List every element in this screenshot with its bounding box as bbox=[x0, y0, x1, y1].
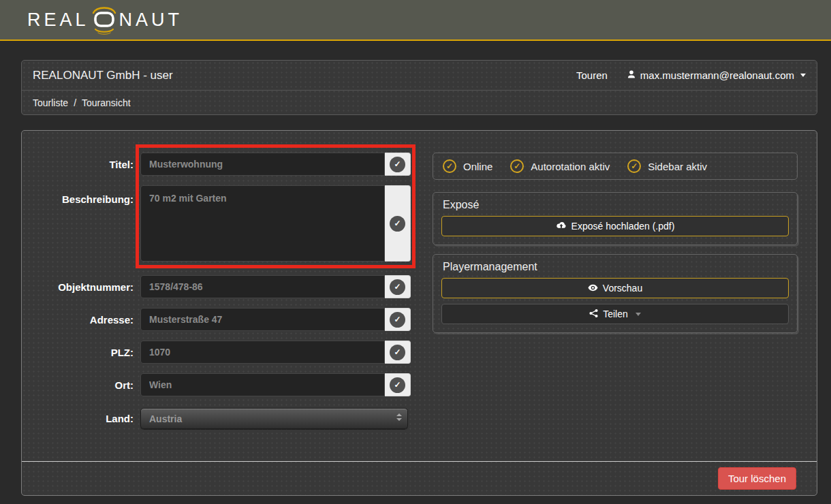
form-row-plz: PLZ: ✓ bbox=[38, 341, 411, 364]
form-row-objektnummer: Objektnummer: ✓ bbox=[38, 275, 411, 298]
form-row-land: Land: Austria bbox=[38, 408, 411, 429]
playermanagement-panel: Playermanagement Vorschau bbox=[433, 254, 798, 333]
top-navbar: REAL NAUT bbox=[0, 0, 831, 41]
form-row-titel: Titel: ✓ bbox=[38, 153, 411, 176]
beschreibung-group: 70 m2 mit Garten ✓ bbox=[140, 185, 411, 262]
orbit-o-icon bbox=[89, 4, 119, 35]
confirm-beschreibung-button[interactable]: ✓ bbox=[385, 185, 411, 262]
chevron-down-icon bbox=[636, 313, 641, 316]
check-icon: ✓ bbox=[390, 345, 405, 360]
titel-input[interactable] bbox=[140, 153, 385, 176]
expose-panel: Exposé Exposé hochladen (.pdf) bbox=[433, 192, 798, 245]
share-icon bbox=[589, 309, 598, 320]
objektnummer-group: ✓ bbox=[140, 275, 411, 298]
beschreibung-textarea[interactable]: 70 m2 mit Garten bbox=[140, 185, 385, 262]
panel-footer: Tour löschen bbox=[22, 461, 817, 495]
ort-group: ✓ bbox=[140, 373, 411, 396]
land-select-wrap: Austria bbox=[140, 408, 408, 429]
form-row-adresse: Adresse: ✓ bbox=[38, 308, 411, 331]
form-row-beschreibung: Beschreibung: 70 m2 mit Garten ✓ bbox=[38, 185, 411, 262]
check-icon: ✓ bbox=[390, 377, 405, 393]
check-icon: ✓ bbox=[390, 157, 405, 172]
breadcrumb: Tourliste / Touransicht bbox=[22, 91, 817, 114]
playermanagement-title: Playermanagement bbox=[433, 255, 797, 278]
realonaut-logo[interactable]: REAL NAUT bbox=[27, 4, 183, 35]
cloud-upload-icon bbox=[556, 221, 567, 232]
chevron-down-icon bbox=[800, 74, 806, 77]
tour-form: Titel: ✓ Beschreibung: 70 m2 mit Garten … bbox=[38, 153, 411, 461]
breadcrumb-touransicht: Touransicht bbox=[82, 97, 131, 108]
header-nav: Touren max.mustermann@realonaut.com bbox=[576, 69, 806, 81]
status-online: ✓ Online bbox=[443, 159, 492, 173]
adresse-label: Adresse: bbox=[38, 314, 134, 326]
account-title: REALONAUT GmbH - user bbox=[33, 69, 173, 82]
user-menu[interactable]: max.mustermann@realonaut.com bbox=[627, 69, 806, 81]
expose-upload-button[interactable]: Exposé hochladen (.pdf) bbox=[441, 216, 789, 236]
circle-check-icon: ✓ bbox=[627, 159, 641, 173]
ort-input[interactable] bbox=[140, 373, 385, 396]
confirm-ort-button[interactable]: ✓ bbox=[385, 373, 411, 396]
breadcrumb-tourliste[interactable]: Tourliste bbox=[33, 97, 68, 108]
confirm-objektnummer-button[interactable]: ✓ bbox=[385, 275, 411, 298]
confirm-adresse-button[interactable]: ✓ bbox=[385, 308, 411, 331]
plz-group: ✓ bbox=[140, 341, 411, 364]
user-icon bbox=[627, 69, 636, 81]
land-label: Land: bbox=[38, 413, 134, 424]
ort-label: Ort: bbox=[38, 379, 134, 391]
confirm-titel-button[interactable]: ✓ bbox=[385, 153, 411, 176]
plz-label: PLZ: bbox=[38, 347, 134, 358]
user-email: max.mustermann@realonaut.com bbox=[640, 69, 794, 81]
highlighted-fields-zone: Titel: ✓ Beschreibung: 70 m2 mit Garten … bbox=[38, 153, 411, 262]
plz-input[interactable] bbox=[140, 341, 385, 364]
teilen-button[interactable]: Teilen bbox=[441, 304, 789, 324]
check-icon: ✓ bbox=[390, 216, 405, 232]
status-sidebar: ✓ Sidebar aktiv bbox=[627, 159, 707, 173]
right-column: ✓ Online ✓ Autorotation aktiv ✓ Sidebar … bbox=[433, 153, 798, 461]
land-select[interactable]: Austria bbox=[140, 408, 408, 429]
breadcrumb-separator: / bbox=[74, 97, 76, 108]
objektnummer-label: Objektnummer: bbox=[38, 281, 134, 293]
expose-title: Exposé bbox=[433, 193, 797, 216]
circle-check-icon: ✓ bbox=[443, 159, 456, 173]
logo-text-post: NAUT bbox=[119, 10, 183, 31]
beschreibung-label: Beschreibung: bbox=[38, 185, 134, 205]
tour-delete-button[interactable]: Tour löschen bbox=[718, 467, 796, 490]
vorschau-button[interactable]: Vorschau bbox=[441, 278, 789, 298]
tour-detail-panel: Titel: ✓ Beschreibung: 70 m2 mit Garten … bbox=[21, 130, 817, 496]
tour-detail-content: Titel: ✓ Beschreibung: 70 m2 mit Garten … bbox=[22, 131, 817, 461]
circle-check-icon: ✓ bbox=[510, 159, 524, 173]
adresse-input[interactable] bbox=[140, 308, 385, 331]
form-row-ort: Ort: ✓ bbox=[38, 373, 411, 396]
check-icon: ✓ bbox=[390, 312, 405, 328]
objektnummer-input[interactable] bbox=[140, 275, 385, 298]
eye-icon bbox=[588, 283, 598, 294]
logo-text-pre: REAL bbox=[27, 10, 89, 31]
adresse-group: ✓ bbox=[140, 308, 411, 331]
nav-touren-link[interactable]: Touren bbox=[576, 69, 608, 81]
titel-group: ✓ bbox=[140, 153, 411, 176]
confirm-plz-button[interactable]: ✓ bbox=[385, 341, 411, 364]
check-icon: ✓ bbox=[390, 279, 405, 295]
titel-label: Titel: bbox=[38, 159, 134, 170]
header-panel: REALONAUT GmbH - user Touren max.musterm… bbox=[21, 60, 817, 115]
status-autorotation: ✓ Autorotation aktiv bbox=[510, 159, 610, 173]
header-top-row: REALONAUT GmbH - user Touren max.musterm… bbox=[22, 61, 817, 91]
status-panel: ✓ Online ✓ Autorotation aktiv ✓ Sidebar … bbox=[433, 153, 798, 180]
